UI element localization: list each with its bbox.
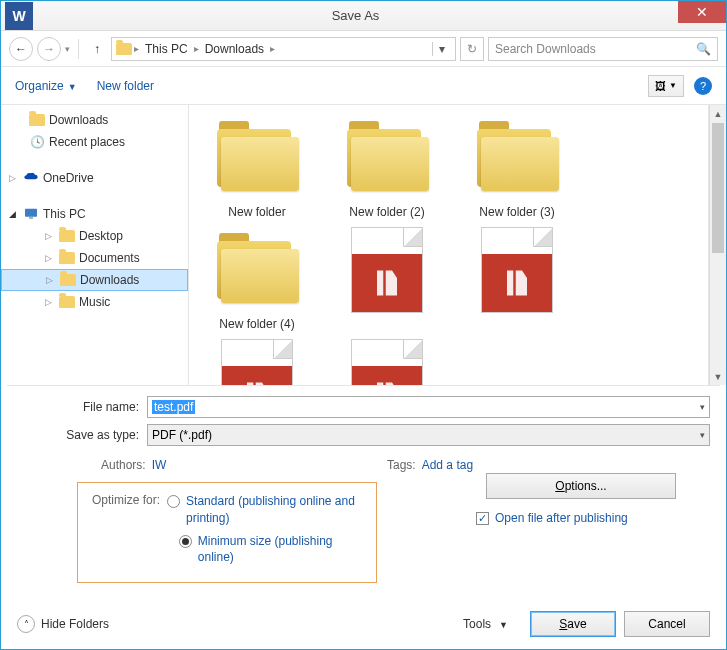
scroll-down-icon[interactable]: ▼ <box>710 368 726 385</box>
up-button[interactable]: ↑ <box>87 39 107 59</box>
document-icon <box>481 227 553 313</box>
folder-item[interactable]: New folder <box>197 115 317 219</box>
chevron-up-icon: ˄ <box>17 615 35 633</box>
main-split: Downloads 🕓Recent places ▷OneDrive ◢This… <box>1 105 726 385</box>
tags-label: Tags: <box>387 458 416 472</box>
open-after-checkbox[interactable]: ✓ <box>476 512 489 525</box>
filename-label: File name: <box>17 400 147 414</box>
folder-icon <box>29 114 45 126</box>
file-label: New folder (2) <box>349 205 424 219</box>
tools-menu[interactable]: Tools▼ <box>463 617 508 631</box>
folder-icon <box>59 296 75 308</box>
document-icon <box>221 339 293 385</box>
chevron-right-icon[interactable]: ▷ <box>45 297 55 307</box>
dialog-footer: ˄Hide Folders Tools▼ Save Cancel <box>1 599 726 649</box>
tree-music[interactable]: ▷Music <box>1 291 188 313</box>
tree-recent-places[interactable]: 🕓Recent places <box>1 131 188 153</box>
refresh-button[interactable]: ↻ <box>460 37 484 61</box>
document-icon <box>351 339 423 385</box>
chevron-down-icon: ▼ <box>68 82 77 92</box>
folder-icon <box>60 274 76 286</box>
tree-thispc[interactable]: ◢This PC <box>1 203 188 225</box>
document-icon <box>351 227 423 313</box>
tree-downloads-selected[interactable]: ▷Downloads <box>1 269 188 291</box>
breadcrumb-dropdown-icon[interactable]: ▾ <box>432 42 451 56</box>
breadcrumb-downloads[interactable]: Downloads <box>201 42 268 56</box>
chevron-down-icon: ▼ <box>669 81 677 90</box>
chevron-right-icon[interactable]: ▷ <box>45 231 55 241</box>
search-icon: 🔍 <box>696 42 711 56</box>
options-column: Options... ✓ Open file after publishing <box>476 473 696 525</box>
file-label: New folder <box>228 205 285 219</box>
scrollbar-thumb[interactable] <box>712 123 724 253</box>
breadcrumb-thispc[interactable]: This PC <box>141 42 192 56</box>
folder-icon <box>215 123 299 193</box>
recent-icon: 🕓 <box>29 134 45 150</box>
chevron-down-icon: ▼ <box>499 620 508 630</box>
filename-input[interactable]: test.pdf▾ <box>147 396 710 418</box>
savetype-label: Save as type: <box>17 428 147 442</box>
folder-item[interactable]: New folder (2) <box>327 115 447 219</box>
view-options-button[interactable]: 🖼▼ <box>648 75 684 97</box>
pc-icon <box>23 206 39 222</box>
search-input[interactable]: Search Downloads 🔍 <box>488 37 718 61</box>
tree-desktop[interactable]: ▷Desktop <box>1 225 188 247</box>
word-app-icon: W <box>5 2 33 30</box>
chevron-right-icon: ▸ <box>194 43 199 54</box>
folder-icon <box>59 230 75 242</box>
authors-value[interactable]: IW <box>152 458 167 472</box>
breadcrumb[interactable]: ▸ This PC ▸ Downloads ▸ ▾ <box>111 37 456 61</box>
navigation-bar: ← → ▾ ↑ ▸ This PC ▸ Downloads ▸ ▾ ↻ Sear… <box>1 31 726 67</box>
open-after-label[interactable]: Open file after publishing <box>495 511 628 525</box>
radio-minimum[interactable] <box>179 535 192 548</box>
chevron-right-icon: ▸ <box>270 43 275 54</box>
file-item[interactable] <box>327 339 447 385</box>
tags-value[interactable]: Add a tag <box>422 458 473 472</box>
savetype-dropdown[interactable]: PDF (*.pdf)▾ <box>147 424 710 446</box>
svg-rect-0 <box>25 209 37 217</box>
options-button[interactable]: Options... <box>486 473 676 499</box>
pc-icon <box>116 43 132 55</box>
chevron-right-icon[interactable]: ▷ <box>46 275 56 285</box>
title-bar: W Save As ✕ <box>1 1 726 31</box>
file-list[interactable]: New folder New folder (2) New folder (3)… <box>189 105 709 385</box>
chevron-right-icon[interactable]: ▷ <box>9 173 19 183</box>
onedrive-icon <box>23 170 39 186</box>
toolbar: Organize▼ New folder 🖼▼ ? <box>1 67 726 105</box>
svg-rect-1 <box>29 217 33 218</box>
organize-menu[interactable]: Organize▼ <box>15 79 77 93</box>
save-button[interactable]: Save <box>530 611 616 637</box>
history-dropdown-icon[interactable]: ▾ <box>65 44 70 54</box>
cancel-button[interactable]: Cancel <box>624 611 710 637</box>
radio-standard[interactable] <box>167 495 180 508</box>
optimize-label: Optimize for: <box>92 493 167 507</box>
file-item[interactable] <box>197 339 317 385</box>
search-placeholder: Search Downloads <box>495 42 596 56</box>
folder-icon <box>475 123 559 193</box>
close-button[interactable]: ✕ <box>678 1 726 23</box>
folder-icon <box>215 235 299 305</box>
folder-item[interactable]: New folder (3) <box>457 115 577 219</box>
tree-onedrive[interactable]: ▷OneDrive <box>1 167 188 189</box>
radio-standard-label[interactable]: Standard (publishing online and printing… <box>186 493 362 527</box>
file-label: New folder (4) <box>219 317 294 331</box>
radio-minimum-label[interactable]: Minimum size (publishing online) <box>198 533 362 567</box>
folder-item[interactable]: New folder (4) <box>197 227 317 331</box>
file-item[interactable] <box>327 227 447 331</box>
back-button[interactable]: ← <box>9 37 33 61</box>
chevron-down-icon[interactable]: ▾ <box>700 402 705 412</box>
file-label: New folder (3) <box>479 205 554 219</box>
tree-downloads[interactable]: Downloads <box>1 109 188 131</box>
tree-documents[interactable]: ▷Documents <box>1 247 188 269</box>
scroll-up-icon[interactable]: ▲ <box>710 105 726 122</box>
chevron-right-icon[interactable]: ▷ <box>45 253 55 263</box>
folder-icon <box>59 252 75 264</box>
help-button[interactable]: ? <box>694 77 712 95</box>
vertical-scrollbar[interactable]: ▲ ▼ <box>709 105 726 385</box>
hide-folders-button[interactable]: ˄Hide Folders <box>17 615 109 633</box>
file-item[interactable] <box>457 227 577 331</box>
chevron-down-icon[interactable]: ▾ <box>700 430 705 440</box>
chevron-down-icon[interactable]: ◢ <box>9 209 19 219</box>
picture-icon: 🖼 <box>655 80 666 92</box>
new-folder-button[interactable]: New folder <box>97 79 154 93</box>
